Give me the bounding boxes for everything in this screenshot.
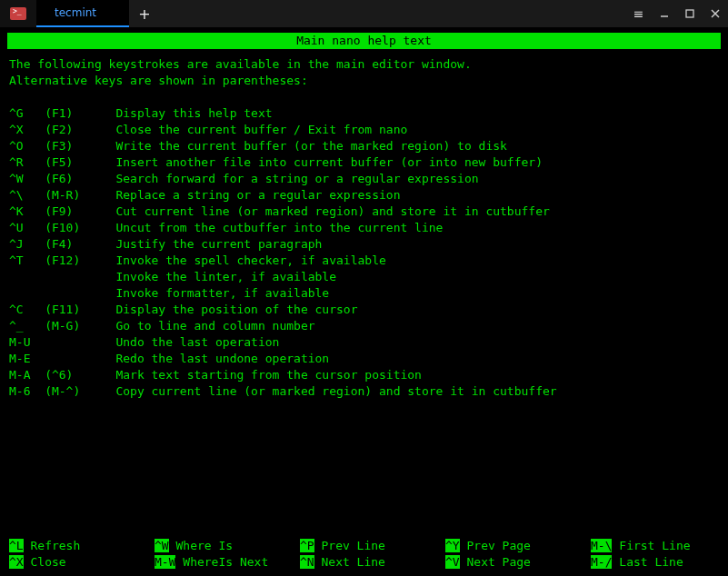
shortcut-prevline: ^P Prev Line xyxy=(300,538,445,554)
footer-row-1: ^L Refresh ^W Where Is ^P Prev Line ^Y P… xyxy=(9,538,719,554)
shortcut-whereis: ^W Where Is xyxy=(155,538,300,554)
plus-icon: + xyxy=(138,5,150,23)
shortcut-label: Prev Line xyxy=(314,539,407,552)
help-row: ^J (F4) Justify the current paragraph xyxy=(9,236,719,253)
shortcut-label: Refresh xyxy=(24,539,116,552)
shortcut-whereisnext: M-W WhereIs Next xyxy=(155,554,300,571)
shortcut-nextpage: ^V Next Page xyxy=(445,554,591,571)
shortcut-label: Prev Page xyxy=(460,539,553,552)
shortcut-lastline: M-/ Last Line xyxy=(591,554,683,571)
hamburger-button[interactable]: ≡ xyxy=(626,0,652,27)
shortcut-key: ^X xyxy=(9,555,24,569)
help-banner-row: Main nano help text xyxy=(0,33,728,49)
help-row: Invoke formatter, if available xyxy=(9,285,719,302)
help-row: ^R (F5) Insert another file into current… xyxy=(9,154,719,171)
intro-line-2: Alternative keys are shown in parenthese… xyxy=(9,73,719,89)
titlebar: tecmint + ≡ xyxy=(0,0,728,27)
shortcut-key: ^N xyxy=(300,555,314,569)
terminal-window: tecmint + ≡ Main nano help text The f xyxy=(0,0,728,576)
svg-rect-1 xyxy=(686,10,693,17)
shortcut-key: ^P xyxy=(300,539,314,552)
footer-row-2: ^X Close M-W WhereIs Next ^N Next Line ^… xyxy=(9,554,719,571)
help-row: M-U Undo the last operation xyxy=(9,334,719,351)
shortcut-nextline: ^N Next Line xyxy=(300,554,445,571)
shortcut-key: ^W xyxy=(155,539,169,552)
shortcut-key: ^V xyxy=(445,555,460,569)
help-row: M-6 (M-^) Copy current line (or marked r… xyxy=(9,383,719,400)
minimize-icon xyxy=(659,8,670,19)
intro-line-1: The following keystrokes are available i… xyxy=(9,56,719,73)
close-icon xyxy=(710,8,721,19)
shortcut-label: Next Page xyxy=(460,555,553,569)
shortcut-label: Next Line xyxy=(314,555,407,569)
titlebar-spacer xyxy=(160,0,626,27)
shortcut-key: M-/ xyxy=(591,555,612,569)
app-icon xyxy=(0,0,36,27)
shortcut-key: M-\ xyxy=(591,539,612,552)
help-row: ^O (F3) Write the current buffer (or the… xyxy=(9,138,719,154)
tab-label: tecmint xyxy=(55,6,96,19)
shortcut-footer: ^L Refresh ^W Where Is ^P Prev Line ^Y P… xyxy=(9,538,719,571)
help-row: ^X (F2) Close the current buffer / Exit … xyxy=(9,122,719,138)
help-row: ^K (F9) Cut current line (or marked regi… xyxy=(9,204,719,220)
shortcut-label: Close xyxy=(24,555,116,569)
shortcut-refresh: ^L Refresh xyxy=(9,538,155,554)
help-row: M-A (^6) Mark text starting from the cur… xyxy=(9,367,719,383)
help-body: The following keystrokes are available i… xyxy=(0,49,728,400)
help-row: Invoke the linter, if available xyxy=(9,269,719,285)
minimize-button[interactable] xyxy=(652,0,677,27)
shortcut-prevpage: ^Y Prev Page xyxy=(445,538,591,554)
shortcut-key: ^L xyxy=(9,539,24,552)
shortcut-label: Last Line xyxy=(612,555,683,569)
hamburger-icon: ≡ xyxy=(633,6,645,21)
shortcut-label: First Line xyxy=(612,539,690,552)
terminal-icon xyxy=(10,7,26,20)
help-row: ^G (F1) Display this help text xyxy=(9,105,719,122)
window-controls: ≡ xyxy=(626,0,728,27)
tab-tecmint[interactable]: tecmint xyxy=(36,0,129,27)
shortcut-label: Where Is xyxy=(169,539,262,552)
help-row: ^_ (M-G) Go to line and column number xyxy=(9,318,719,334)
blank xyxy=(9,89,719,105)
help-row: ^C (F11) Display the position of the cur… xyxy=(9,302,719,318)
shortcut-close: ^X Close xyxy=(9,554,155,571)
shortcut-firstline: M-\ First Line xyxy=(591,538,691,554)
maximize-button[interactable] xyxy=(677,0,703,27)
maximize-icon xyxy=(684,8,695,19)
help-row: ^T (F12) Invoke the spell checker, if av… xyxy=(9,253,719,269)
help-row: ^\ (M-R) Replace a string or a regular e… xyxy=(9,187,719,204)
shortcut-label: WhereIs Next xyxy=(175,555,268,569)
help-row: ^U (F10) Uncut from the cutbuffer into t… xyxy=(9,220,719,236)
help-row: ^W (F6) Search forward for a string or a… xyxy=(9,171,719,187)
shortcut-key: ^Y xyxy=(445,539,460,552)
new-tab-button[interactable]: + xyxy=(129,0,160,27)
shortcut-key: M-W xyxy=(155,555,175,569)
close-window-button[interactable] xyxy=(703,0,728,27)
terminal-area[interactable]: Main nano help text The following keystr… xyxy=(0,27,728,576)
help-row: M-E Redo the last undone operation xyxy=(9,351,719,367)
help-banner: Main nano help text xyxy=(7,33,721,49)
